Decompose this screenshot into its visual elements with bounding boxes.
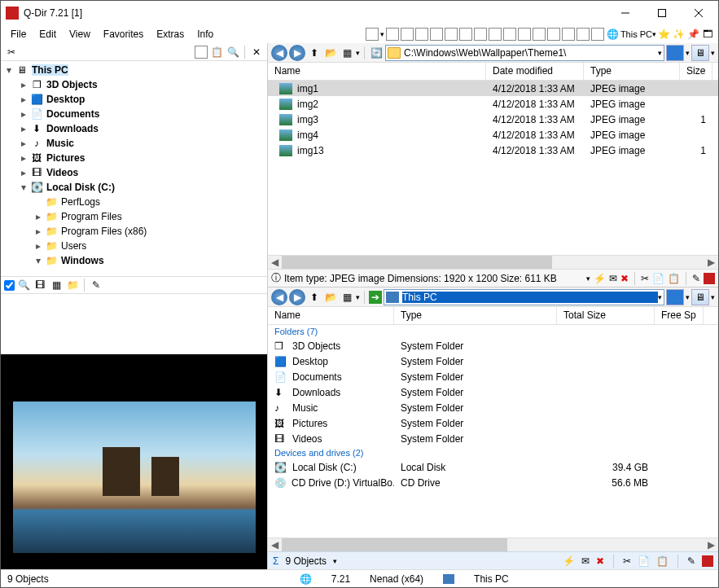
delete-icon[interactable]: ✖ (596, 555, 604, 567)
tree-node[interactable]: ▾ 💽 Local Disk (C:) (1, 180, 267, 195)
tree-node[interactable]: ▸ 📄 Documents (1, 107, 267, 121)
file-row[interactable]: 🟦Desktop System Folder (268, 353, 718, 369)
expand-icon[interactable]: ▸ (19, 152, 28, 164)
tree-node[interactable]: ▸ ⬇ Downloads (1, 121, 267, 136)
folder-icon[interactable]: 📁 (65, 278, 80, 292)
mail-icon[interactable]: ✉ (581, 555, 590, 567)
tree-node[interactable]: ▸ 📁 Program Files (x86) (1, 224, 267, 239)
layout-icon[interactable] (547, 28, 560, 41)
layout-icon[interactable] (445, 28, 458, 41)
file-row[interactable]: img3 4/12/2018 1:33 AM JPEG image 1 (268, 112, 718, 127)
column-header[interactable]: Total Size (557, 307, 655, 324)
expand-icon[interactable]: ▸ (33, 226, 43, 237)
file-row[interactable]: img2 4/12/2018 1:33 AM JPEG image (268, 96, 718, 112)
mail-icon[interactable]: ✉ (609, 273, 617, 284)
file-row[interactable]: 💽Local Disk (C:) Local Disk 39.4 GB (268, 459, 718, 475)
window-icon[interactable]: 🗔 (700, 27, 715, 42)
tree-node[interactable]: ▸ 🖼 Pictures (1, 151, 267, 165)
pin-icon[interactable]: 📌 (686, 27, 700, 42)
edit-icon[interactable]: ✎ (687, 555, 695, 567)
column-header[interactable]: Date modified (486, 63, 584, 80)
expand-icon[interactable]: ▸ (33, 240, 43, 252)
file-row[interactable]: ⬇Downloads System Folder (268, 384, 718, 400)
up-icon[interactable]: ⬆ (307, 46, 322, 60)
color-button[interactable] (666, 45, 684, 61)
tree-node[interactable]: ▸ 📁 Users (1, 239, 267, 253)
tree-node[interactable]: ▾ 🖥 This PC (1, 63, 267, 77)
monitor-icon[interactable]: 🖥 (691, 45, 709, 61)
tree-node[interactable]: ▾ 📁 Windows (1, 253, 267, 268)
maximize-button[interactable] (643, 2, 680, 24)
file-row[interactable]: 🖼Pictures System Folder (268, 415, 718, 431)
layout-icon[interactable] (474, 28, 487, 41)
group-header[interactable]: Folders (7) (268, 325, 718, 338)
search-icon[interactable]: 🔍 (16, 278, 31, 292)
layout-icon[interactable] (386, 28, 399, 41)
menu-file[interactable]: File (4, 27, 33, 42)
wand-icon[interactable]: ✨ (671, 27, 686, 42)
layout-icon[interactable] (577, 28, 590, 41)
view-icon[interactable]: ▦ (340, 46, 354, 60)
menu-view[interactable]: View (63, 27, 97, 42)
copy-icon[interactable]: 📋 (209, 45, 224, 59)
file-row[interactable]: img13 4/12/2018 1:33 AM JPEG image 1 (268, 143, 718, 158)
folder-open-icon[interactable]: 📂 (323, 290, 338, 305)
expand-icon[interactable]: ▸ (19, 108, 28, 120)
menu-info[interactable]: Info (191, 27, 220, 42)
tree-node[interactable]: ▸ ❒ 3D Objects (1, 77, 267, 92)
pane1-address[interactable]: C:\Windows\Web\Wallpaper\Theme1\ ▾ (385, 45, 664, 61)
file-row[interactable]: 🎞Videos System Folder (268, 431, 718, 446)
file-row[interactable]: ❒3D Objects System Folder (268, 338, 718, 353)
file-row[interactable]: img4 4/12/2018 1:33 AM JPEG image (268, 127, 718, 143)
layout-icon[interactable] (459, 28, 472, 41)
cut-icon[interactable]: ✂ (623, 555, 631, 567)
column-header[interactable]: Name (268, 63, 486, 80)
layout-icon[interactable] (562, 28, 575, 41)
film-icon[interactable]: 🎞 (33, 278, 47, 292)
bolt-icon[interactable]: ⚡ (563, 555, 575, 567)
grid-icon[interactable]: ▦ (49, 278, 64, 292)
tree-node[interactable]: ▸ 📁 Program Files (1, 209, 267, 224)
minimize-button[interactable] (607, 2, 643, 24)
folder-open-icon[interactable]: 📂 (323, 46, 338, 60)
pane2-hscroll[interactable]: ◀▶ (268, 538, 718, 551)
file-row[interactable]: img1 4/12/2018 1:33 AM JPEG image (268, 81, 718, 96)
pane2-list[interactable]: Folders (7) ❒3D Objects System Folder 🟦D… (268, 325, 718, 538)
tool-icon[interactable]: ✎ (89, 278, 103, 292)
pane2-address[interactable]: This PC ▾ (384, 289, 664, 305)
menu-edit[interactable]: Edit (33, 27, 63, 42)
column-header[interactable]: Size (680, 63, 712, 80)
column-header[interactable]: Type (394, 307, 557, 324)
menu-extras[interactable]: Extras (150, 27, 191, 42)
forward-button[interactable]: ▶ (289, 289, 305, 305)
expand-icon[interactable]: ▸ (19, 94, 28, 105)
column-header[interactable]: Free Sp (655, 307, 704, 324)
bolt-icon[interactable]: ⚡ (594, 273, 606, 284)
pane2-header[interactable]: NameTypeTotal SizeFree Sp (268, 307, 718, 325)
pane1-hscroll[interactable]: ◀▶ (268, 255, 718, 269)
edit-icon[interactable]: ✎ (692, 273, 700, 284)
search-icon[interactable]: 🔍 (226, 45, 240, 59)
pane1-list[interactable]: img1 4/12/2018 1:33 AM JPEG image img2 4… (268, 81, 718, 255)
close-pane-icon[interactable]: ✕ (249, 45, 264, 59)
expand-icon[interactable]: ▸ (33, 211, 43, 222)
folder-tree[interactable]: ▾ 🖥 This PC ▸ ❒ 3D Objects ▸ 🟦 Desktop ▸… (1, 61, 267, 276)
file-row[interactable]: ♪Music System Folder (268, 400, 718, 415)
view-icon[interactable]: ▦ (340, 290, 354, 305)
paste-icon[interactable]: 📋 (668, 273, 680, 284)
column-header[interactable]: Name (268, 307, 394, 324)
cut-icon[interactable]: ✂ (641, 273, 649, 284)
expand-icon[interactable]: ▸ (19, 123, 28, 134)
forward-button[interactable]: ▶ (289, 45, 305, 61)
close-button[interactable] (680, 2, 717, 24)
layout-icon[interactable] (366, 28, 379, 41)
color-button[interactable] (666, 289, 684, 305)
pane1-header[interactable]: NameDate modifiedTypeSize (268, 63, 718, 81)
tree-node[interactable]: ▸ ♪ Music (1, 136, 267, 151)
app-icon[interactable] (702, 555, 713, 567)
paste-icon[interactable]: 📋 (656, 555, 669, 567)
up-icon[interactable]: ⬆ (307, 290, 322, 305)
expand-icon[interactable]: ▾ (19, 182, 28, 193)
menu-favorites[interactable]: Favorites (97, 27, 150, 42)
tree-node[interactable]: 📁 PerfLogs (1, 195, 267, 209)
